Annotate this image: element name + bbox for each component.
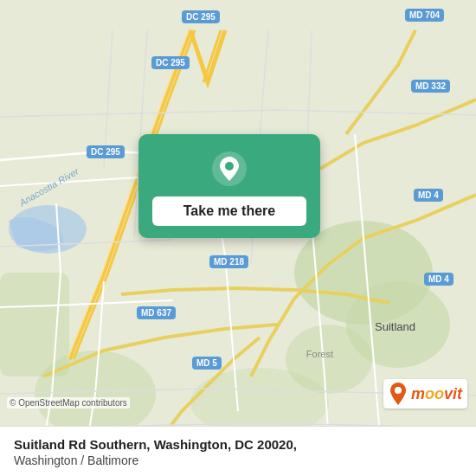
road-badge-dc295-mid2: DC 295	[87, 145, 125, 158]
map-pin-icon	[210, 150, 248, 188]
info-bar: Suitland Rd Southern, Washington, DC 200…	[0, 426, 476, 476]
moovit-pin-icon	[389, 382, 408, 406]
suitland-label: Suitland	[375, 320, 415, 333]
take-me-there-button[interactable]: Take me there	[152, 196, 306, 226]
moovit-logo-text: moovit	[411, 385, 462, 403]
copyright-text: © OpenStreetMap contributors	[7, 397, 130, 408]
forest-label: Forest	[306, 349, 333, 359]
road-badge-md4-bot: MD 4	[424, 273, 453, 286]
road-badge-dc295-top: DC 295	[182, 10, 220, 23]
svg-point-9	[225, 162, 234, 170]
address-line: Suitland Rd Southern, Washington, DC 200…	[14, 437, 462, 452]
road-badge-md332: MD 332	[411, 80, 450, 93]
map-container: DC 295 DC 295 DC 295 MD 704 MD 332 MD 4 …	[0, 0, 476, 476]
road-badge-md218: MD 218	[209, 255, 248, 268]
road-badge-md4-top: MD 4	[414, 189, 443, 202]
moovit-logo: moovit	[383, 379, 467, 408]
road-badge-md5: MD 5	[192, 357, 222, 370]
city-line: Washington / Baltimore	[14, 453, 462, 467]
road-badge-md637: MD 637	[137, 306, 176, 319]
road-badge-md704: MD 704	[405, 9, 444, 22]
svg-point-10	[395, 387, 402, 394]
popup-card: Take me there	[138, 134, 320, 238]
road-badge-dc295-mid1: DC 295	[151, 56, 190, 69]
